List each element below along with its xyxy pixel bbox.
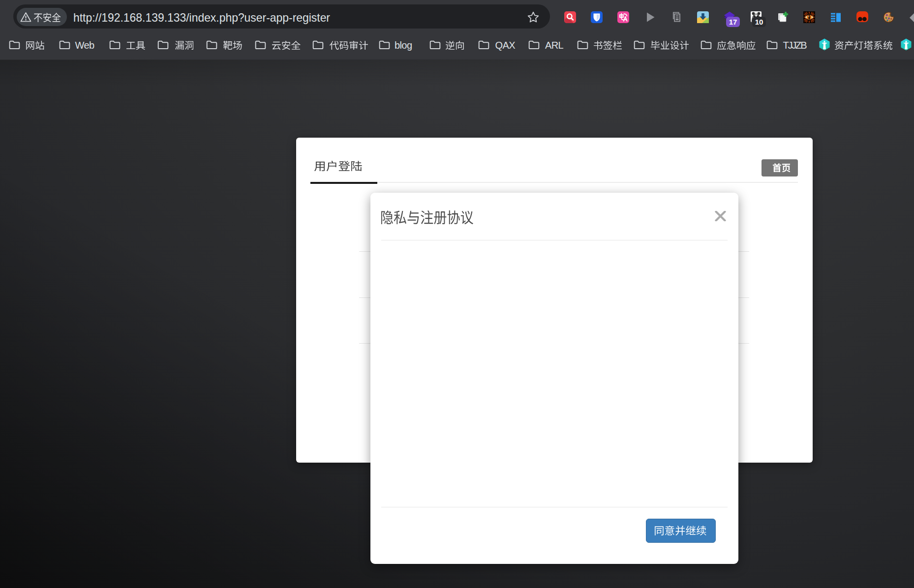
svg-text:http://192.168.139.133/index.p: http://192.168.139.133/index.php?user-ap… [73, 11, 330, 24]
